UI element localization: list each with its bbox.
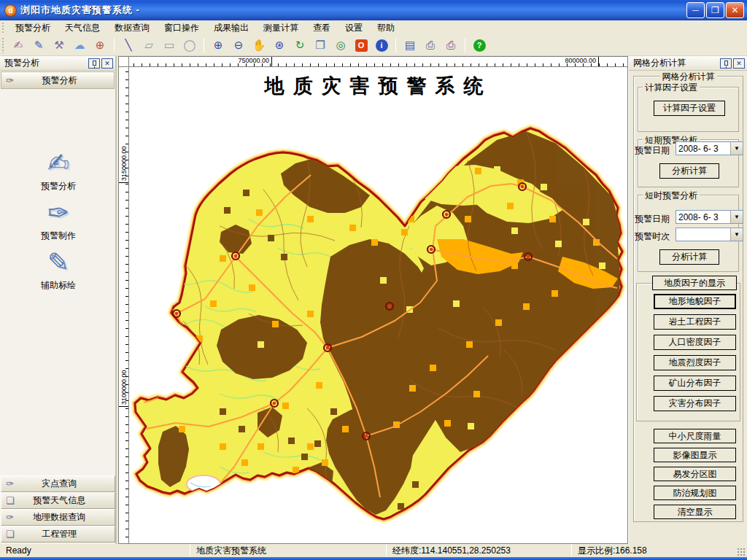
- short-time-legend: 短时预警分析: [643, 190, 700, 202]
- chevron-down-icon[interactable]: ▼: [730, 211, 743, 223]
- menu-item-2[interactable]: 数据查询: [107, 20, 157, 36]
- toolbar-separator: [395, 38, 396, 52]
- factor-setting-legend: 计算因子设置: [643, 82, 700, 94]
- group-bar-warning-weather-info[interactable]: ❏预警天气信息: [1, 492, 115, 509]
- help-icon[interactable]: ?: [470, 36, 489, 54]
- pick-hammer-icon[interactable]: ⚒: [50, 36, 69, 54]
- menu-item-1[interactable]: 天气信息: [58, 20, 107, 36]
- menu-item-8[interactable]: 帮助: [370, 20, 402, 36]
- action-button-4[interactable]: 清空显示: [654, 505, 736, 519]
- app-logo-icon: d: [4, 4, 17, 17]
- chevron-down-icon[interactable]: ▼: [730, 142, 743, 155]
- warning-analysis-icon: ✍: [0, 148, 117, 179]
- left-panel-subheader-label: 预警分析: [18, 74, 101, 87]
- short-time-date-combobox[interactable]: 2008- 6- 3 ▼: [676, 210, 743, 224]
- menu-item-4[interactable]: 成果输出: [206, 20, 256, 36]
- zoom-out-icon[interactable]: ⊖: [229, 36, 248, 54]
- toolbar-separator: [465, 38, 465, 52]
- map-graphic: [129, 67, 629, 544]
- ellipse-tool-icon[interactable]: ◯: [180, 36, 199, 54]
- factor-button-1[interactable]: 岩土工程因子: [654, 314, 736, 330]
- right-panel-header: 网格分析计算 ✕: [629, 56, 747, 71]
- chevron-down-icon[interactable]: ▼: [730, 228, 743, 241]
- sidebar-item-warning-production[interactable]: ✑预警制作: [0, 198, 117, 242]
- short-time-date-label: 预警日期: [635, 213, 670, 225]
- menu-bar: 预警分析天气信息数据查询窗口操作成果输出测量计算查看设置帮助: [0, 20, 747, 35]
- ruler-corner: [119, 57, 129, 67]
- action-button-3[interactable]: 防治规划图: [654, 486, 736, 500]
- group-bar-disaster-point-query[interactable]: ✑灾点查询: [1, 475, 115, 492]
- cloud-icon[interactable]: ☁: [70, 36, 89, 54]
- resize-grip[interactable]: [736, 547, 746, 556]
- short-time-calc-button[interactable]: 分析计算: [659, 249, 719, 265]
- zoom-extent-icon[interactable]: ⊛: [270, 36, 289, 54]
- menu-item-3[interactable]: 窗口操作: [157, 20, 206, 36]
- sidebar-item-auxiliary-plotting[interactable]: ✎辅助标绘: [0, 247, 117, 292]
- left-panel-pin-icon[interactable]: [88, 58, 100, 69]
- factor-button-5[interactable]: 灾害分布因子: [654, 396, 736, 411]
- zoom-in-icon[interactable]: ⊕: [209, 36, 228, 54]
- group-bar-label: 预警天气信息: [19, 494, 100, 507]
- menu-item-7[interactable]: 设置: [338, 20, 370, 36]
- factor-button-0[interactable]: 地形地貌因子: [654, 294, 736, 309]
- action-button-2[interactable]: 易发分区图: [654, 467, 736, 481]
- window-title: 浏阳市地质灾害预警系统 -: [20, 4, 140, 17]
- right-panel-pin-icon[interactable]: [720, 58, 732, 69]
- print-preview-icon[interactable]: ⎙: [441, 36, 460, 54]
- menu-item-5[interactable]: 测量计算: [256, 20, 306, 36]
- paint-brush-icon[interactable]: ✎: [29, 36, 48, 54]
- short-term-date-label: 预警日期: [635, 144, 670, 157]
- refresh-icon[interactable]: ↻: [290, 36, 309, 54]
- restore-button[interactable]: ❐: [706, 2, 724, 18]
- group-bar-label: 工程管理: [19, 528, 100, 540]
- copy-layers-icon[interactable]: ❐: [311, 36, 330, 54]
- globe-icon[interactable]: ◎: [331, 36, 350, 54]
- menu-item-0[interactable]: 预警分析: [8, 20, 58, 36]
- image-view-icon[interactable]: ▤: [400, 36, 419, 54]
- status-coordinates: 经纬度:114.140551,28.250253: [387, 544, 571, 557]
- stop-icon[interactable]: O: [352, 36, 371, 54]
- factor-button-3[interactable]: 地震烈度因子: [654, 355, 736, 370]
- geo-factor-header-button[interactable]: 地质因子的显示: [652, 276, 737, 290]
- project-management-icon: ❏: [6, 529, 15, 540]
- sidebar-item-label: 预警分析: [0, 180, 117, 192]
- ruler-horizontal: 750000.00800000.00: [129, 57, 627, 67]
- info-icon[interactable]: i: [372, 36, 391, 54]
- short-term-calc-button[interactable]: 分析计算: [659, 163, 719, 179]
- menu-item-6[interactable]: 查看: [306, 20, 338, 36]
- line-tool-icon[interactable]: ╲: [119, 36, 138, 54]
- map-canvas[interactable]: 地质灾害预警系统: [129, 67, 627, 543]
- left-panel-subheader[interactable]: ✑ 预警分析: [1, 71, 115, 89]
- factor-button-2[interactable]: 人口密度因子: [654, 335, 736, 350]
- status-bar: Ready 地质灾害预警系统 经纬度:114.140551,28.250253 …: [0, 544, 747, 557]
- x-axis-label: 800000.00: [565, 57, 596, 64]
- polygon-tool-icon[interactable]: ▱: [139, 36, 158, 54]
- right-panel-close-icon[interactable]: ✕: [733, 58, 745, 69]
- y-axis-label: 3100000.00: [120, 370, 128, 405]
- minimize-button[interactable]: ─: [686, 2, 705, 18]
- short-time-sequence-label: 预警时次: [635, 230, 670, 243]
- action-button-1[interactable]: 影像图显示: [654, 448, 736, 462]
- crosshair-icon[interactable]: ⊕: [90, 36, 109, 54]
- disaster-point-query-icon: ✑: [6, 478, 14, 489]
- draw-map-icon[interactable]: ✍: [9, 36, 28, 54]
- group-bar-label: 地理数据查询: [18, 511, 100, 524]
- short-time-sequence-combobox[interactable]: ▼: [676, 228, 743, 241]
- right-panel-title: 网格分析计算: [633, 57, 719, 69]
- short-term-date-combobox[interactable]: 2008- 6- 3 ▼: [676, 141, 743, 155]
- close-button[interactable]: ✕: [726, 2, 744, 18]
- print-icon[interactable]: ⎙: [421, 36, 440, 54]
- menu-grip[interactable]: [1, 22, 5, 34]
- toolbar: ✍✎⚒☁⊕╲▱▭◯⊕⊖✋⊛↻❐◎Oi▤⎙⎙?: [0, 35, 747, 56]
- action-button-0[interactable]: 中小尺度雨量: [654, 429, 736, 443]
- group-bar-project-management[interactable]: ❏工程管理: [1, 526, 115, 542]
- factor-button-4[interactable]: 矿山分布因子: [654, 376, 736, 391]
- factor-setting-button[interactable]: 计算因子设置: [654, 101, 725, 116]
- group-bar-geographic-data-query[interactable]: ✑地理数据查询: [1, 509, 115, 526]
- left-panel-close-icon[interactable]: ✕: [101, 58, 113, 69]
- toolbar-grip[interactable]: [1, 37, 5, 53]
- rectangle-tool-icon[interactable]: ▭: [160, 36, 179, 54]
- pan-icon[interactable]: ✋: [249, 36, 268, 54]
- warning-production-icon: ✑: [0, 198, 117, 228]
- sidebar-item-warning-analysis[interactable]: ✍预警分析: [0, 148, 117, 192]
